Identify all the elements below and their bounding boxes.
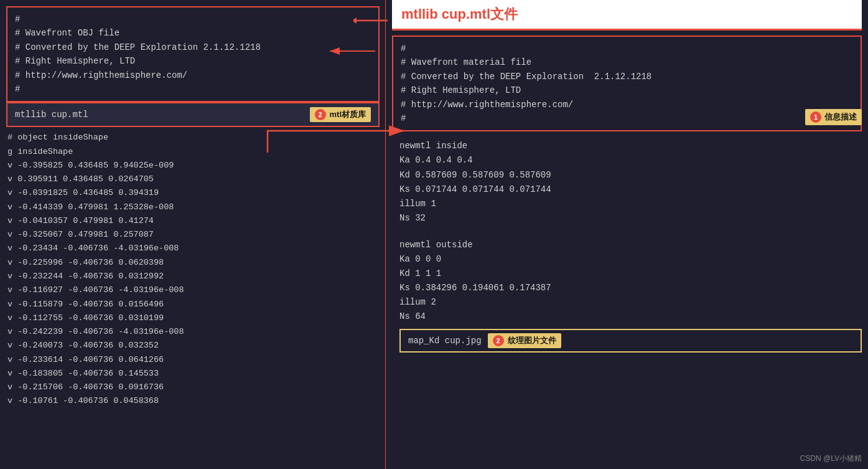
- right-header-line-3: # Converted by the DEEP Exploration 2.1.…: [401, 70, 853, 83]
- right-code-4: illum 1: [399, 197, 854, 211]
- left-code-12: v -0.115879 -0.406736 0.0156496: [7, 298, 378, 311]
- left-code-6: v -0.0410357 0.479981 0.41274: [7, 214, 378, 228]
- left-header-line-6: #: [15, 82, 371, 96]
- left-code-16: v -0.233614 -0.406736 0.0641266: [7, 353, 378, 367]
- left-code-2: v -0.395825 0.436485 9.94025e-009: [7, 159, 378, 173]
- left-header-box: # # Wavefront OBJ file # Converted by th…: [6, 6, 380, 102]
- main-connector-arrow: [261, 121, 411, 159]
- right-code-5: Ns 32: [399, 211, 854, 225]
- right-code-area: newmtl inside Ka 0.4 0.4 0.4 Kd 0.587609…: [392, 138, 862, 325]
- right-header-line-5: # http://www.righthemisphere.com/: [401, 98, 853, 111]
- left-code-15: v -0.240073 -0.406736 0.032352: [7, 339, 378, 353]
- right-code-3: Ks 0.071744 0.071744 0.071744: [399, 182, 854, 197]
- left-code-13: v -0.112755 -0.406736 0.0310199: [7, 311, 378, 325]
- right-panel: mtllib cup.mtl文件 # # Wavefront material …: [386, 0, 868, 469]
- mtllib-badge-text: mtl材质库: [330, 109, 366, 120]
- left-header-line-3: # Converted by the DEEP Exploration 2.1.…: [15, 40, 371, 54]
- right-code-11: illum 2: [399, 295, 854, 310]
- right-blank-1: [399, 225, 854, 238]
- left-code-9: v -0.225996 -0.406736 0.0620398: [7, 256, 378, 270]
- right-header-line-2: # Wavefront material file: [401, 55, 853, 69]
- right-code-1: Ka 0.4 0.4 0.4: [399, 153, 854, 168]
- right-code-9: Kd 1 1 1: [399, 267, 854, 281]
- left-header-line-5: # http://www.righthemisphere.com/: [15, 69, 371, 82]
- mtllib-code: mtllib cup.mtl: [15, 110, 304, 120]
- left-code-7: v -0.325067 0.479981 0.257087: [7, 228, 378, 242]
- left-header-line-4: # Right Hemisphere, LTD: [15, 54, 371, 68]
- right-annotation-num: 1: [810, 111, 821, 123]
- svg-marker-4: [353, 17, 357, 24]
- left-header-line-1: #: [15, 12, 371, 26]
- right-code-12: Ns 64: [399, 310, 854, 324]
- left-code-5: v -0.414339 0.479981 1.25328e-008: [7, 201, 378, 214]
- right-header-line-4: # Right Hemisphere, LTD: [401, 83, 853, 97]
- left-code-4: v -0.0391825 0.436485 0.394319: [7, 186, 378, 200]
- map-kd-badge-text: 纹理图片文件: [508, 335, 556, 346]
- map-kd-code: map_Kd cup.jpg: [408, 336, 482, 346]
- right-code-2: Kd 0.587609 0.587609 0.587609: [399, 168, 854, 182]
- left-code-18: v -0.215706 -0.406736 0.0916736: [7, 381, 378, 394]
- map-kd-badge-num: 2: [493, 335, 504, 346]
- left-arrow-svg: [322, 42, 385, 60]
- left-code-19: v -0.10761 -0.406736 0.0458368: [7, 394, 378, 408]
- map-kd-line: map_Kd cup.jpg 2 纹理图片文件: [399, 329, 862, 353]
- right-code-8: Ka 0 0 0: [399, 252, 854, 267]
- right-annotation-text: 信息描述: [824, 111, 857, 123]
- right-annotation-badge: 1 信息描述: [805, 109, 862, 125]
- right-code-10: Ks 0.384296 0.194061 0.174387: [399, 281, 854, 295]
- right-header-line-6: #: [401, 111, 853, 125]
- right-title: mtllib cup.mtl文件: [392, 0, 862, 31]
- left-code-area: # object insideShape g insideShape v -0.…: [0, 128, 386, 410]
- left-code-11: v -0.116927 -0.406736 -4.03196e-008: [7, 283, 378, 297]
- left-code-14: v -0.242239 -0.406736 -4.03196e-008: [7, 325, 378, 339]
- left-code-17: v -0.183805 -0.406736 0.145533: [7, 367, 378, 381]
- right-header-box: # # Wavefront material file # Converted …: [392, 36, 862, 131]
- map-kd-badge: 2 纹理图片文件: [488, 333, 561, 348]
- left-code-8: v -0.23434 -0.406736 -4.03196e-008: [7, 242, 378, 255]
- right-code-0: newmtl inside: [399, 139, 854, 153]
- right-code-7: newmtl outside: [399, 238, 854, 252]
- csdn-watermark: CSDN @LV小猪精: [800, 453, 862, 464]
- left-header-line-2: # Wavefront OBJ file: [15, 26, 371, 40]
- right-title-text: mtllib cup.mtl文件: [401, 6, 518, 22]
- mtllib-badge-num: 2: [315, 109, 326, 120]
- mtllib-badge: 2 mtl材质库: [310, 107, 371, 122]
- left-code-3: v 0.395911 0.436485 0.0264705: [7, 173, 378, 186]
- connector-arrow: [353, 11, 391, 30]
- left-panel: # # Wavefront OBJ file # Converted by th…: [0, 0, 386, 469]
- left-code-10: v -0.232244 -0.406736 0.0312992: [7, 270, 378, 283]
- page-container: # # Wavefront OBJ file # Converted by th…: [0, 0, 868, 469]
- right-header-line-1: #: [401, 42, 853, 55]
